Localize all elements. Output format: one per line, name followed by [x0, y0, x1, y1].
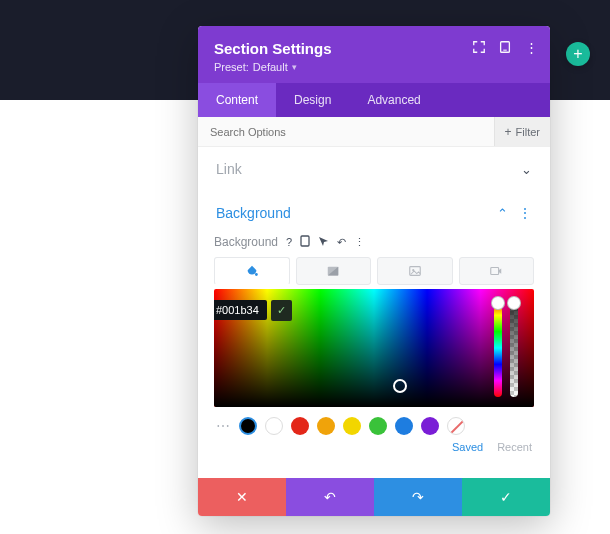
- chevron-up-icon: ⌃: [497, 206, 508, 221]
- hover-icon[interactable]: [318, 236, 329, 249]
- swatch-none[interactable]: [447, 417, 465, 435]
- svg-rect-2: [301, 236, 309, 246]
- section-toggle-admin-label[interactable]: Admin Label ⌄: [214, 471, 534, 478]
- add-section-fab[interactable]: +: [566, 42, 590, 66]
- preset-prefix: Preset:: [214, 61, 249, 73]
- section-title-link: Link: [216, 161, 242, 177]
- bg-type-video[interactable]: [459, 257, 535, 285]
- swatch-yellow[interactable]: [343, 417, 361, 435]
- image-icon: [408, 264, 422, 278]
- swatch-purple[interactable]: [421, 417, 439, 435]
- hex-confirm-button[interactable]: ✓: [271, 300, 292, 321]
- options-search-bar: + Filter: [198, 117, 550, 147]
- svg-rect-7: [491, 268, 499, 275]
- more-vertical-icon[interactable]: ⋮: [354, 236, 365, 249]
- swatch-blue[interactable]: [395, 417, 413, 435]
- search-input[interactable]: [198, 117, 494, 146]
- hex-readout: 1 #001b34 ✓: [214, 299, 292, 321]
- more-vertical-icon[interactable]: ⋮: [518, 205, 532, 221]
- svg-rect-1: [503, 50, 507, 51]
- settings-tabs: Content Design Advanced: [198, 83, 550, 117]
- close-icon: ✕: [236, 489, 248, 505]
- swatch-set-tabs: Saved Recent: [214, 439, 534, 461]
- tab-content[interactable]: Content: [198, 83, 276, 117]
- panel-header: Section Settings Preset: Default ▾ ⋮: [198, 26, 550, 83]
- svg-point-3: [255, 273, 258, 276]
- expand-icon[interactable]: [472, 40, 486, 54]
- bg-type-image[interactable]: [377, 257, 453, 285]
- section-title-background: Background: [216, 205, 291, 221]
- undo-button[interactable]: ↶: [286, 478, 374, 516]
- tab-design[interactable]: Design: [276, 83, 349, 117]
- preset-name: Default: [253, 61, 288, 73]
- background-type-tabs: [214, 257, 534, 285]
- swatch-white[interactable]: [265, 417, 283, 435]
- settings-panel: Section Settings Preset: Default ▾ ⋮ Con…: [198, 26, 550, 516]
- swatch-tab-recent[interactable]: Recent: [497, 441, 532, 453]
- panel-body[interactable]: Link ⌄ Background ⌃ ⋮ Background ? ↶ ⋮: [198, 147, 550, 478]
- alpha-slider-thumb[interactable]: [507, 296, 521, 310]
- cancel-button[interactable]: ✕: [198, 478, 286, 516]
- help-icon[interactable]: ?: [286, 236, 292, 248]
- video-icon: [489, 264, 503, 278]
- phone-icon[interactable]: [300, 235, 310, 249]
- plus-icon: +: [505, 125, 512, 139]
- panel-footer: ✕ ↶ ↷ ✓: [198, 478, 550, 516]
- swatch-tab-saved[interactable]: Saved: [452, 441, 483, 453]
- reset-icon[interactable]: ↶: [337, 236, 346, 249]
- swatch-black[interactable]: [239, 417, 257, 435]
- swatch-row: ⋯: [214, 407, 534, 439]
- chevron-down-icon: ▾: [292, 62, 297, 72]
- background-option-toolbar: Background ? ↶ ⋮: [214, 235, 534, 249]
- swatch-orange[interactable]: [317, 417, 335, 435]
- option-label-background: Background: [214, 235, 278, 249]
- gradient-icon: [326, 264, 340, 278]
- redo-button[interactable]: ↷: [374, 478, 462, 516]
- color-fill-icon: [245, 264, 259, 278]
- check-icon: ✓: [500, 489, 512, 505]
- tab-advanced[interactable]: Advanced: [349, 83, 438, 117]
- chevron-down-icon: ⌄: [521, 162, 532, 177]
- preset-selector[interactable]: Preset: Default ▾: [214, 61, 534, 73]
- color-picker-area[interactable]: 1 #001b34 ✓: [214, 289, 534, 407]
- alpha-slider[interactable]: [510, 299, 518, 397]
- header-icon-group: ⋮: [472, 40, 538, 54]
- responsive-icon[interactable]: [498, 40, 512, 54]
- hex-value[interactable]: #001b34: [214, 300, 267, 320]
- hue-slider-thumb[interactable]: [491, 296, 505, 310]
- hue-slider[interactable]: [494, 299, 502, 397]
- filter-button[interactable]: + Filter: [494, 117, 550, 146]
- undo-icon: ↶: [324, 489, 336, 505]
- save-button[interactable]: ✓: [462, 478, 550, 516]
- redo-icon: ↷: [412, 489, 424, 505]
- background-section-body: Background ? ↶ ⋮: [214, 235, 534, 471]
- swatch-red[interactable]: [291, 417, 309, 435]
- section-toggle-link[interactable]: Link ⌄: [214, 147, 534, 191]
- bg-type-color[interactable]: [214, 257, 290, 285]
- section-toggle-background[interactable]: Background ⌃ ⋮: [214, 191, 534, 235]
- swatch-more-icon[interactable]: ⋯: [216, 418, 231, 434]
- filter-label: Filter: [516, 126, 540, 138]
- swatch-green[interactable]: [369, 417, 387, 435]
- bg-type-gradient[interactable]: [296, 257, 372, 285]
- more-vertical-icon[interactable]: ⋮: [524, 40, 538, 54]
